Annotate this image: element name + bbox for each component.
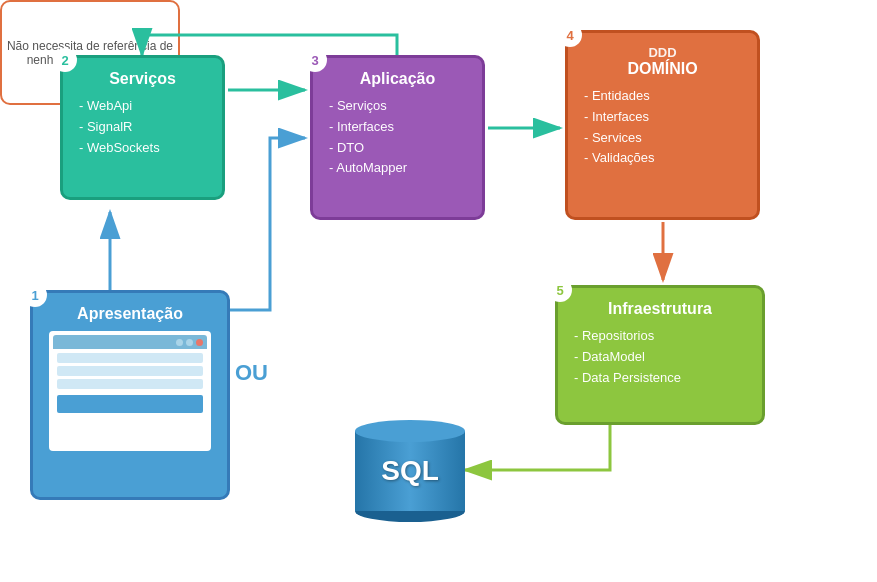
infra-item-3: - Data Persistence bbox=[574, 368, 746, 389]
window-line-1 bbox=[57, 353, 203, 363]
dominio-item-2: - Interfaces bbox=[584, 107, 741, 128]
aplicacao-item-4: - AutoMapper bbox=[329, 158, 466, 179]
box-aplicacao: 3 Aplicação - Serviços - Interfaces - DT… bbox=[310, 55, 485, 220]
infra-title: Infraestrutura bbox=[574, 300, 746, 318]
window-line-2 bbox=[57, 366, 203, 376]
sql-label: SQL bbox=[381, 455, 439, 487]
window-mockup bbox=[49, 331, 211, 451]
badge-infra: 5 bbox=[548, 278, 572, 302]
aplicacao-items: - Serviços - Interfaces - DTO - AutoMapp… bbox=[329, 96, 466, 179]
infra-item-2: - DataModel bbox=[574, 347, 746, 368]
box-servicos: 2 Serviços - WebApi - SignalR - WebSocke… bbox=[60, 55, 225, 200]
sql-cylinder: SQL bbox=[355, 420, 465, 540]
window-line-dark bbox=[57, 395, 203, 413]
window-titlebar bbox=[53, 335, 207, 349]
badge-servicos: 2 bbox=[53, 48, 77, 72]
window-dots bbox=[176, 339, 203, 346]
box-apresentacao: 1 Apresentação bbox=[30, 290, 230, 500]
cylinder-top bbox=[355, 420, 465, 442]
dot-min bbox=[176, 339, 183, 346]
aplicacao-item-3: - DTO bbox=[329, 138, 466, 159]
badge-apresentacao: 1 bbox=[23, 283, 47, 307]
aplicacao-item-2: - Interfaces bbox=[329, 117, 466, 138]
infra-item-1: - Repositorios bbox=[574, 326, 746, 347]
diagram-container: 1 Apresentação OU 2 Serviços - WebApi - … bbox=[0, 0, 877, 582]
servicos-item-1: - WebApi bbox=[79, 96, 206, 117]
apresentacao-title: Apresentação bbox=[49, 305, 211, 323]
dominio-item-4: - Validações bbox=[584, 148, 741, 169]
servicos-items: - WebApi - SignalR - WebSockets bbox=[79, 96, 206, 158]
badge-aplicacao: 3 bbox=[303, 48, 327, 72]
dominio-item-3: - Services bbox=[584, 128, 741, 149]
ou-label: OU bbox=[235, 360, 268, 386]
box-infra: 5 Infraestrutura - Repositorios - DataMo… bbox=[555, 285, 765, 425]
aplicacao-title: Aplicação bbox=[329, 70, 466, 88]
infra-items: - Repositorios - DataModel - Data Persis… bbox=[574, 326, 746, 388]
dominio-items: - Entidades - Interfaces - Services - Va… bbox=[584, 86, 741, 169]
cylinder-body: SQL bbox=[355, 431, 465, 511]
dot-close bbox=[196, 339, 203, 346]
servicos-item-2: - SignalR bbox=[79, 117, 206, 138]
box-dominio: 4 DDD DOMÍNIO - Entidades - Interfaces -… bbox=[565, 30, 760, 220]
dominio-item-1: - Entidades bbox=[584, 86, 741, 107]
dot-max bbox=[186, 339, 193, 346]
window-line-3 bbox=[57, 379, 203, 389]
dominio-title: DOMÍNIO bbox=[584, 60, 741, 78]
dominio-subtitle: DDD bbox=[584, 45, 741, 60]
badge-dominio: 4 bbox=[558, 23, 582, 47]
aplicacao-item-1: - Serviços bbox=[329, 96, 466, 117]
servicos-title: Serviços bbox=[79, 70, 206, 88]
servicos-item-3: - WebSockets bbox=[79, 138, 206, 159]
